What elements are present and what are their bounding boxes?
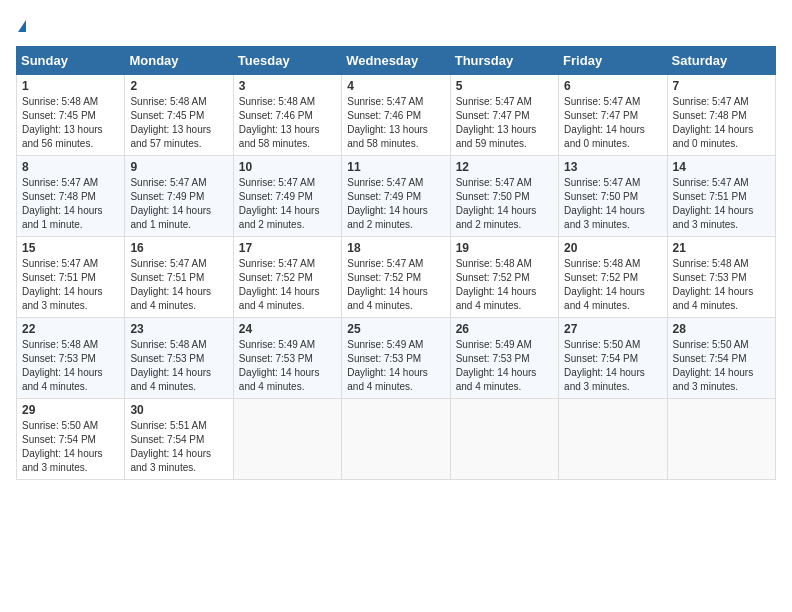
day-info: Sunrise: 5:47 AMSunset: 7:50 PMDaylight:… [564, 176, 661, 232]
day-info: Sunrise: 5:48 AMSunset: 7:45 PMDaylight:… [22, 95, 119, 151]
day-number: 21 [673, 241, 770, 255]
day-info: Sunrise: 5:47 AMSunset: 7:48 PMDaylight:… [22, 176, 119, 232]
day-info: Sunrise: 5:47 AMSunset: 7:46 PMDaylight:… [347, 95, 444, 151]
calendar-week-row: 29Sunrise: 5:50 AMSunset: 7:54 PMDayligh… [17, 398, 776, 479]
day-number: 17 [239, 241, 336, 255]
day-number: 19 [456, 241, 553, 255]
day-number: 1 [22, 79, 119, 93]
calendar-week-row: 22Sunrise: 5:48 AMSunset: 7:53 PMDayligh… [17, 317, 776, 398]
day-info: Sunrise: 5:47 AMSunset: 7:47 PMDaylight:… [564, 95, 661, 151]
table-row: 5Sunrise: 5:47 AMSunset: 7:47 PMDaylight… [450, 74, 558, 155]
day-number: 26 [456, 322, 553, 336]
table-row: 29Sunrise: 5:50 AMSunset: 7:54 PMDayligh… [17, 398, 125, 479]
calendar-week-row: 15Sunrise: 5:47 AMSunset: 7:51 PMDayligh… [17, 236, 776, 317]
weekday-header-row: Sunday Monday Tuesday Wednesday Thursday… [17, 46, 776, 74]
table-row: 25Sunrise: 5:49 AMSunset: 7:53 PMDayligh… [342, 317, 450, 398]
table-row: 15Sunrise: 5:47 AMSunset: 7:51 PMDayligh… [17, 236, 125, 317]
day-number: 20 [564, 241, 661, 255]
day-info: Sunrise: 5:47 AMSunset: 7:49 PMDaylight:… [347, 176, 444, 232]
day-info: Sunrise: 5:48 AMSunset: 7:53 PMDaylight:… [22, 338, 119, 394]
table-row: 28Sunrise: 5:50 AMSunset: 7:54 PMDayligh… [667, 317, 775, 398]
day-number: 4 [347, 79, 444, 93]
day-number: 10 [239, 160, 336, 174]
table-row: 27Sunrise: 5:50 AMSunset: 7:54 PMDayligh… [559, 317, 667, 398]
day-number: 7 [673, 79, 770, 93]
table-row: 1Sunrise: 5:48 AMSunset: 7:45 PMDaylight… [17, 74, 125, 155]
day-info: Sunrise: 5:48 AMSunset: 7:53 PMDaylight:… [673, 257, 770, 313]
day-info: Sunrise: 5:50 AMSunset: 7:54 PMDaylight:… [564, 338, 661, 394]
table-row: 26Sunrise: 5:49 AMSunset: 7:53 PMDayligh… [450, 317, 558, 398]
table-row: 4Sunrise: 5:47 AMSunset: 7:46 PMDaylight… [342, 74, 450, 155]
day-number: 18 [347, 241, 444, 255]
day-info: Sunrise: 5:47 AMSunset: 7:49 PMDaylight:… [130, 176, 227, 232]
day-number: 28 [673, 322, 770, 336]
calendar-table: Sunday Monday Tuesday Wednesday Thursday… [16, 46, 776, 480]
table-row: 23Sunrise: 5:48 AMSunset: 7:53 PMDayligh… [125, 317, 233, 398]
table-row [342, 398, 450, 479]
table-row: 8Sunrise: 5:47 AMSunset: 7:48 PMDaylight… [17, 155, 125, 236]
day-info: Sunrise: 5:47 AMSunset: 7:52 PMDaylight:… [347, 257, 444, 313]
day-number: 14 [673, 160, 770, 174]
table-row: 14Sunrise: 5:47 AMSunset: 7:51 PMDayligh… [667, 155, 775, 236]
day-info: Sunrise: 5:49 AMSunset: 7:53 PMDaylight:… [347, 338, 444, 394]
calendar-week-row: 1Sunrise: 5:48 AMSunset: 7:45 PMDaylight… [17, 74, 776, 155]
day-info: Sunrise: 5:49 AMSunset: 7:53 PMDaylight:… [239, 338, 336, 394]
day-number: 15 [22, 241, 119, 255]
day-number: 2 [130, 79, 227, 93]
header-tuesday: Tuesday [233, 46, 341, 74]
day-info: Sunrise: 5:50 AMSunset: 7:54 PMDaylight:… [22, 419, 119, 475]
table-row [559, 398, 667, 479]
calendar-week-row: 8Sunrise: 5:47 AMSunset: 7:48 PMDaylight… [17, 155, 776, 236]
day-info: Sunrise: 5:49 AMSunset: 7:53 PMDaylight:… [456, 338, 553, 394]
day-number: 23 [130, 322, 227, 336]
day-info: Sunrise: 5:47 AMSunset: 7:51 PMDaylight:… [22, 257, 119, 313]
day-number: 6 [564, 79, 661, 93]
day-info: Sunrise: 5:51 AMSunset: 7:54 PMDaylight:… [130, 419, 227, 475]
day-info: Sunrise: 5:48 AMSunset: 7:53 PMDaylight:… [130, 338, 227, 394]
day-info: Sunrise: 5:47 AMSunset: 7:51 PMDaylight:… [130, 257, 227, 313]
table-row [233, 398, 341, 479]
day-number: 11 [347, 160, 444, 174]
table-row: 16Sunrise: 5:47 AMSunset: 7:51 PMDayligh… [125, 236, 233, 317]
day-info: Sunrise: 5:48 AMSunset: 7:45 PMDaylight:… [130, 95, 227, 151]
table-row: 20Sunrise: 5:48 AMSunset: 7:52 PMDayligh… [559, 236, 667, 317]
day-number: 29 [22, 403, 119, 417]
day-info: Sunrise: 5:47 AMSunset: 7:48 PMDaylight:… [673, 95, 770, 151]
page-header [16, 16, 776, 36]
day-info: Sunrise: 5:48 AMSunset: 7:46 PMDaylight:… [239, 95, 336, 151]
table-row: 11Sunrise: 5:47 AMSunset: 7:49 PMDayligh… [342, 155, 450, 236]
header-sunday: Sunday [17, 46, 125, 74]
header-monday: Monday [125, 46, 233, 74]
day-number: 24 [239, 322, 336, 336]
table-row: 6Sunrise: 5:47 AMSunset: 7:47 PMDaylight… [559, 74, 667, 155]
day-info: Sunrise: 5:50 AMSunset: 7:54 PMDaylight:… [673, 338, 770, 394]
day-number: 3 [239, 79, 336, 93]
logo [16, 16, 26, 36]
header-thursday: Thursday [450, 46, 558, 74]
day-info: Sunrise: 5:47 AMSunset: 7:49 PMDaylight:… [239, 176, 336, 232]
header-saturday: Saturday [667, 46, 775, 74]
table-row: 2Sunrise: 5:48 AMSunset: 7:45 PMDaylight… [125, 74, 233, 155]
table-row: 3Sunrise: 5:48 AMSunset: 7:46 PMDaylight… [233, 74, 341, 155]
day-number: 13 [564, 160, 661, 174]
table-row: 19Sunrise: 5:48 AMSunset: 7:52 PMDayligh… [450, 236, 558, 317]
day-number: 12 [456, 160, 553, 174]
table-row [667, 398, 775, 479]
day-info: Sunrise: 5:47 AMSunset: 7:47 PMDaylight:… [456, 95, 553, 151]
day-info: Sunrise: 5:47 AMSunset: 7:52 PMDaylight:… [239, 257, 336, 313]
table-row: 21Sunrise: 5:48 AMSunset: 7:53 PMDayligh… [667, 236, 775, 317]
table-row: 12Sunrise: 5:47 AMSunset: 7:50 PMDayligh… [450, 155, 558, 236]
table-row: 17Sunrise: 5:47 AMSunset: 7:52 PMDayligh… [233, 236, 341, 317]
day-info: Sunrise: 5:47 AMSunset: 7:51 PMDaylight:… [673, 176, 770, 232]
day-number: 22 [22, 322, 119, 336]
header-friday: Friday [559, 46, 667, 74]
table-row: 24Sunrise: 5:49 AMSunset: 7:53 PMDayligh… [233, 317, 341, 398]
table-row: 30Sunrise: 5:51 AMSunset: 7:54 PMDayligh… [125, 398, 233, 479]
day-info: Sunrise: 5:48 AMSunset: 7:52 PMDaylight:… [564, 257, 661, 313]
day-number: 8 [22, 160, 119, 174]
day-info: Sunrise: 5:48 AMSunset: 7:52 PMDaylight:… [456, 257, 553, 313]
table-row: 10Sunrise: 5:47 AMSunset: 7:49 PMDayligh… [233, 155, 341, 236]
table-row: 9Sunrise: 5:47 AMSunset: 7:49 PMDaylight… [125, 155, 233, 236]
header-wednesday: Wednesday [342, 46, 450, 74]
day-number: 5 [456, 79, 553, 93]
